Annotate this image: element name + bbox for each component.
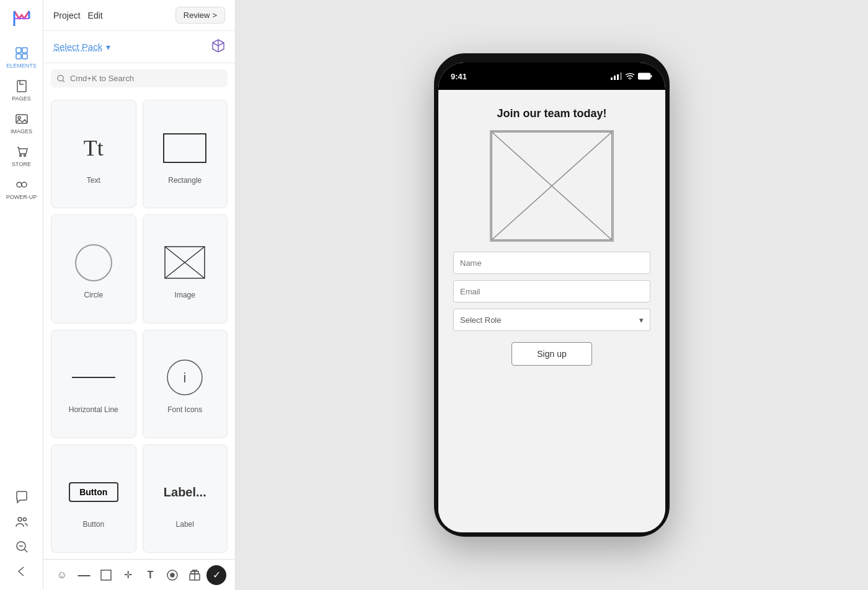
sidebar-back[interactable] — [0, 559, 43, 584]
elements-label: ELEMENTS — [6, 63, 37, 69]
line-tool[interactable]: — — [74, 565, 94, 585]
square-tool[interactable] — [96, 565, 116, 585]
svg-point-11 — [22, 182, 27, 187]
images-icon — [14, 112, 29, 126]
sidebar-search[interactable] — [0, 534, 43, 559]
wifi-icon — [625, 73, 635, 80]
svg-point-34 — [629, 79, 631, 80]
select-role[interactable]: Select Role ▾ — [453, 309, 650, 331]
element-card-rectangle[interactable]: Rectangle — [143, 100, 228, 208]
select-pack[interactable]: Select Pack ▾ — [53, 42, 110, 52]
phone-form: Select Role ▾ Sign up — [453, 252, 650, 366]
text-icon-area: Tt — [84, 126, 104, 170]
rectangle-icon-area — [163, 126, 206, 170]
label-label: Label — [176, 520, 194, 529]
checkmark-tool[interactable]: ✓ — [206, 565, 226, 585]
element-card-circle[interactable]: Circle — [51, 214, 136, 323]
svg-point-10 — [17, 182, 22, 187]
email-field[interactable] — [453, 280, 650, 302]
phone-mockup: 9:41 — [434, 53, 670, 537]
move-tool[interactable]: ✛ — [118, 565, 138, 585]
circle-icon-area — [75, 241, 112, 284]
phone-notch — [512, 63, 592, 80]
svg-rect-3 — [16, 54, 21, 59]
sidebar-item-images[interactable]: IMAGES — [0, 107, 43, 139]
sidebar-bottom — [0, 485, 43, 584]
phone-title: Join our team today! — [497, 107, 606, 120]
cube-icon[interactable] — [211, 38, 225, 55]
button-icon: Button — [69, 482, 118, 502]
svg-rect-33 — [620, 73, 622, 80]
images-label: IMAGES — [11, 128, 32, 134]
back-arrow-icon — [14, 564, 29, 579]
phone-status-icons — [611, 73, 653, 80]
element-card-button[interactable]: Button Button — [51, 444, 136, 553]
menu-project[interactable]: Project — [53, 11, 81, 20]
store-label: STORE — [12, 161, 31, 167]
gift-tool[interactable] — [185, 565, 205, 585]
name-field[interactable] — [453, 252, 650, 274]
svg-rect-2 — [22, 48, 27, 53]
sidebar-item-powerup[interactable]: POWER-UP — [0, 172, 43, 205]
text-tool[interactable]: T — [140, 565, 160, 585]
svg-text:i: i — [184, 370, 187, 385]
button-icon-area: Button — [69, 470, 118, 514]
svg-point-12 — [18, 517, 22, 521]
svg-point-8 — [19, 155, 21, 157]
svg-point-26 — [170, 573, 174, 577]
image-placeholder-icon — [164, 245, 206, 280]
sidebar-item-elements[interactable]: ELEMENTS — [0, 41, 43, 74]
select-role-label: Select Role — [460, 315, 501, 325]
svg-rect-24 — [101, 570, 111, 580]
radio-tool[interactable] — [162, 565, 182, 585]
element-card-text[interactable]: Tt Text — [51, 100, 136, 208]
sidebar-item-pages[interactable]: PAGES — [0, 74, 43, 107]
review-button[interactable]: Review > — [175, 7, 225, 24]
element-card-image[interactable]: Image — [143, 214, 228, 323]
text-label: Text — [87, 176, 100, 185]
search-box[interactable] — [51, 69, 228, 87]
top-bar-right: Review > — [175, 7, 225, 24]
pages-icon — [14, 79, 29, 94]
font-icons-icon: i — [166, 359, 203, 396]
sidebar-item-store[interactable]: STORE — [0, 139, 43, 172]
label-icon-area: Label... — [164, 470, 206, 514]
font-icons-label: Font Icons — [167, 405, 202, 414]
app-logo[interactable] — [9, 6, 34, 31]
signup-button[interactable]: Sign up — [512, 342, 592, 366]
elements-grid: Tt Text Rectangle Circle — [43, 94, 235, 559]
element-card-horizontal-line[interactable]: Horizontal Line — [51, 330, 136, 438]
svg-point-7 — [18, 117, 20, 119]
horizontal-line-label: Horizontal Line — [69, 405, 118, 414]
store-icon — [14, 144, 29, 159]
circle-icon — [75, 244, 112, 281]
svg-point-17 — [58, 75, 63, 81]
element-card-font-icons[interactable]: i Font Icons — [143, 330, 228, 438]
sidebar-people[interactable] — [0, 509, 43, 534]
battery-icon — [638, 73, 653, 80]
powerup-icon — [14, 177, 29, 192]
search-icon — [57, 74, 65, 83]
menu-edit[interactable]: Edit — [88, 11, 103, 20]
svg-rect-4 — [22, 54, 27, 59]
emoji-tool[interactable]: ☺ — [52, 565, 72, 585]
phone-time: 9:41 — [451, 72, 467, 81]
menu: Project Edit — [53, 11, 103, 20]
image-label: Image — [175, 291, 195, 299]
element-card-label[interactable]: Label... Label — [143, 444, 228, 553]
top-bar: Project Edit Review > — [43, 0, 235, 31]
panel-header: Select Pack ▾ — [43, 31, 235, 63]
search-input[interactable] — [70, 74, 221, 83]
elements-icon — [14, 46, 29, 61]
svg-point-9 — [24, 155, 25, 157]
sidebar-chat[interactable] — [0, 485, 43, 509]
select-role-arrow: ▾ — [639, 315, 644, 325]
horizontal-line-icon — [72, 377, 115, 378]
chat-icon — [14, 490, 29, 504]
svg-rect-36 — [651, 75, 652, 77]
signal-icon — [611, 73, 622, 80]
rectangle-icon — [163, 133, 206, 163]
phone-content: Join our team today! Select Role ▾ — [438, 90, 665, 532]
svg-rect-35 — [638, 73, 650, 79]
elements-panel: Project Edit Review > Select Pack ▾ — [43, 0, 236, 590]
